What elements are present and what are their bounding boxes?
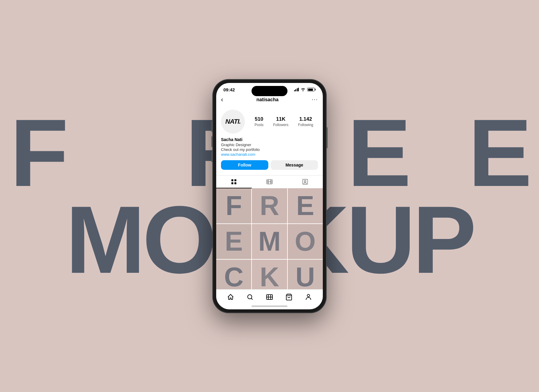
- status-time: 09:42: [223, 87, 235, 92]
- back-button[interactable]: ‹: [221, 96, 223, 104]
- profile-full-name: Sacha Nati: [221, 137, 318, 142]
- grid-cell-5[interactable]: M: [252, 224, 287, 259]
- wifi-icon: [301, 88, 305, 91]
- profile-top: NATI. 510 Posts 11K Followers 1.142: [221, 110, 318, 134]
- message-button[interactable]: Message: [271, 160, 318, 170]
- phone-wrapper: 09:42: [213, 79, 326, 313]
- bg-letter-f: F: [10, 105, 65, 201]
- avatar-text: NATI.: [225, 118, 241, 125]
- home-bar: [252, 305, 287, 307]
- grid-icon: [231, 178, 237, 185]
- profile-bio-line1: Graphic Designer: [221, 143, 318, 147]
- shop-icon: [285, 293, 293, 301]
- content-tabs: [216, 175, 323, 188]
- nav-shop[interactable]: [283, 293, 295, 302]
- svg-rect-1: [234, 179, 236, 181]
- tagged-icon: [302, 178, 308, 185]
- phone-screen: 09:42: [216, 83, 323, 309]
- stat-posts: 510 Posts: [255, 116, 264, 127]
- profile-stats: 510 Posts 11K Followers 1.142 Following: [250, 116, 318, 127]
- avatar: NATI.: [221, 110, 245, 134]
- svg-rect-0: [231, 179, 233, 181]
- search-icon: [246, 293, 254, 301]
- bg-letter-e: E: [347, 105, 408, 201]
- battery-icon: [307, 88, 316, 91]
- stat-followers: 11K Followers: [273, 116, 288, 127]
- grid-cell-9[interactable]: U: [288, 260, 323, 289]
- svg-rect-2: [231, 182, 233, 184]
- svg-point-6: [304, 180, 306, 182]
- grid-cell-8[interactable]: K: [252, 260, 287, 289]
- profile-icon: [305, 293, 312, 301]
- grid-cell-6[interactable]: O: [288, 224, 323, 259]
- reels-nav-icon: [266, 293, 273, 301]
- home-indicator: [216, 303, 323, 309]
- volume-down-button: [211, 151, 213, 162]
- reels-icon: [266, 178, 273, 185]
- posts-label: Posts: [255, 123, 264, 127]
- bottom-nav: [216, 289, 323, 303]
- follow-button[interactable]: Follow: [221, 160, 268, 170]
- photo-grid: F R E E M O: [216, 188, 323, 289]
- nav-reels[interactable]: [264, 293, 275, 302]
- signal-icon: [294, 88, 299, 91]
- following-count: 1.142: [299, 116, 312, 122]
- profile-info: Sacha Nati Graphic Designer Check out my…: [221, 137, 318, 157]
- more-options-button[interactable]: ···: [312, 96, 318, 103]
- phone-device: 09:42: [213, 79, 326, 313]
- dynamic-island: [252, 86, 287, 96]
- status-bar: 09:42: [216, 83, 323, 93]
- tab-grid[interactable]: [216, 175, 252, 188]
- grid-content: F R E E M O: [216, 188, 323, 289]
- grid-cell-7[interactable]: C: [216, 260, 251, 289]
- svg-point-7: [248, 295, 252, 299]
- followers-label: Followers: [273, 123, 288, 127]
- svg-rect-3: [234, 182, 236, 184]
- bg-letter-e2: E: [468, 105, 529, 201]
- profile-username-header: natisacha: [256, 97, 278, 102]
- posts-count: 510: [255, 116, 263, 122]
- tab-tagged[interactable]: [287, 175, 323, 188]
- action-buttons: Follow Message: [221, 160, 318, 170]
- home-icon: [227, 293, 234, 301]
- profile-link[interactable]: www.sachanati.com: [221, 152, 318, 157]
- status-icons: [294, 88, 316, 91]
- grid-cell-2[interactable]: R: [252, 188, 287, 223]
- svg-point-9: [307, 294, 310, 297]
- volume-up-button: [211, 136, 213, 147]
- nav-profile[interactable]: [302, 293, 314, 302]
- grid-cell-1[interactable]: F: [216, 188, 251, 223]
- grid-cell-3[interactable]: E: [288, 188, 323, 223]
- grid-cell-4[interactable]: E: [216, 224, 251, 259]
- followers-count: 11K: [276, 116, 285, 122]
- following-label: Following: [298, 123, 313, 127]
- nav-search[interactable]: [244, 293, 256, 302]
- tab-reels[interactable]: [252, 175, 287, 188]
- stat-following: 1.142 Following: [298, 116, 313, 127]
- profile-section: NATI. 510 Posts 11K Followers 1.142: [216, 106, 323, 172]
- profile-bio-line2: Check out my portfolio: [221, 147, 318, 152]
- nav-home[interactable]: [225, 293, 237, 302]
